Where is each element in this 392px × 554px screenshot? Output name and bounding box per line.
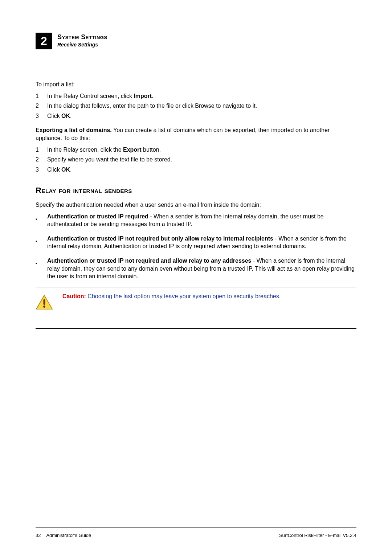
header-subtitle: Receive Settings: [57, 42, 107, 48]
svg-rect-1: [44, 299, 45, 305]
list-item: 1 In the Relay screen, click the Export …: [36, 146, 356, 154]
list-item: Authentication or trusted IP not require…: [36, 257, 356, 280]
svg-point-2: [43, 305, 45, 308]
page-footer: 32 Administrator's Guide SurfControl Ris…: [36, 533, 356, 538]
relay-options-list: Authentication or trusted IP required - …: [36, 213, 356, 280]
list-item: 3 Click OK.: [36, 166, 356, 174]
step-number: 3: [36, 112, 41, 120]
bullet-text: Authentication or trusted IP required - …: [46, 213, 356, 228]
list-item: Authentication or trusted IP not require…: [36, 235, 356, 250]
bullet-text: Authentication or trusted IP not require…: [46, 235, 356, 250]
bullet-icon: [36, 257, 38, 280]
divider: [36, 328, 356, 329]
caution-callout: Caution: Choosing the last option may le…: [36, 287, 356, 326]
list-item: 1 In the Relay Control screen, click Imp…: [36, 92, 356, 100]
step-number: 2: [36, 156, 41, 164]
caution-body: Caution: Choosing the last option may le…: [62, 292, 281, 300]
chapter-number-box: 2: [36, 33, 52, 49]
header-title: System Settings: [57, 33, 107, 41]
step-text: Click OK.: [47, 112, 72, 120]
caution-label: Caution:: [62, 293, 86, 299]
step-number: 1: [36, 146, 41, 154]
page-number: 32: [36, 533, 41, 538]
bullet-text: Authentication or trusted IP not require…: [46, 257, 356, 280]
page-header: 2 System Settings Receive Settings: [36, 33, 356, 49]
step-number: 2: [36, 102, 41, 110]
step-text: In the Relay screen, click the Export bu…: [47, 146, 161, 154]
step-text: In the Relay Control screen, click Impor…: [47, 92, 154, 100]
step-text: Click OK.: [47, 166, 72, 174]
step-text: In the dialog that follows, enter the pa…: [47, 102, 257, 110]
list-item: 2 In the dialog that follows, enter the …: [36, 102, 356, 110]
list-item: Authentication or trusted IP required - …: [36, 213, 356, 228]
caution-text: Choosing the last option may leave your …: [86, 293, 281, 299]
export-lead: Exporting a list of domains. You can cre…: [36, 126, 356, 142]
bullet-icon: [36, 213, 38, 228]
list-item: 3 Click OK.: [36, 112, 356, 120]
step-number: 3: [36, 166, 41, 174]
header-text: System Settings Receive Settings: [57, 33, 107, 48]
footer-doc-title: Administrator's Guide: [46, 533, 91, 538]
export-steps-list: 1 In the Relay screen, click the Export …: [36, 146, 356, 174]
footer-left: 32 Administrator's Guide: [36, 533, 91, 538]
bullet-icon: [36, 235, 38, 250]
chapter-number: 2: [41, 34, 47, 48]
body-content: To import a list: 1 In the Relay Control…: [36, 81, 356, 329]
page: 2 System Settings Receive Settings To im…: [0, 0, 392, 554]
list-item: 2 Specify where you want the text file t…: [36, 156, 356, 164]
step-number: 1: [36, 92, 41, 100]
section-intro: Specify the authentication needed when a…: [36, 201, 356, 209]
import-intro: To import a list:: [36, 81, 356, 89]
footer-right: SurfControl RiskFilter - E-mail V5.2.4: [279, 533, 356, 538]
import-steps-list: 1 In the Relay Control screen, click Imp…: [36, 92, 356, 120]
section-heading: Relay for internal senders: [36, 185, 356, 196]
caution-icon: [36, 292, 53, 313]
export-lead-bold: Exporting a list of domains.: [36, 127, 112, 133]
step-text: Specify where you want the text file to …: [47, 156, 172, 164]
footer-divider: [36, 528, 356, 528]
